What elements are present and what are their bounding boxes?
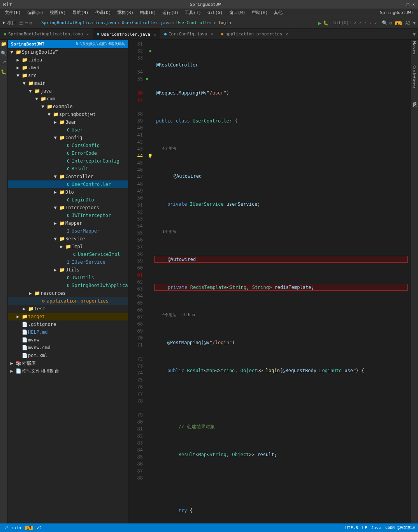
- tree-impl[interactable]: ▶ 📁 Impl: [8, 243, 128, 250]
- tab-applicationprops[interactable]: application.properties ✕: [217, 29, 292, 39]
- status-language[interactable]: Java: [371, 525, 381, 530]
- tree-example[interactable]: ▼ 📁 example: [8, 103, 128, 110]
- minimize-button[interactable]: —: [401, 2, 404, 7]
- tree-errorcode[interactable]: C ErrorCode: [8, 149, 128, 157]
- tree-interceptors[interactable]: ▼ 📁 Interceptors: [8, 204, 128, 212]
- close-button[interactable]: ✕: [412, 2, 415, 7]
- tree-springbootjwt-pkg[interactable]: ▼ 📁 springbootjwt: [8, 110, 128, 118]
- tree-utils[interactable]: ▶ 📁 Utils: [8, 266, 128, 274]
- maximize-button[interactable]: □: [407, 2, 409, 7]
- tab-close[interactable]: ✕: [211, 32, 213, 36]
- menu-git[interactable]: Git(G): [204, 9, 226, 16]
- tree-external-libs[interactable]: ▶ 📚 外部库: [8, 359, 128, 367]
- tree-applicationprops[interactable]: ⚙ application.properties: [8, 297, 128, 305]
- tree-mvn[interactable]: ▶ 📁 .mvn: [8, 64, 128, 72]
- tree-iuserservice[interactable]: I IUserService: [8, 258, 128, 266]
- status-encoding[interactable]: UTF-8: [345, 525, 358, 530]
- toolbar-icon-2[interactable]: ≡: [25, 20, 28, 26]
- tree-config[interactable]: ▼ 📁 Config: [8, 134, 128, 142]
- tree-jwtutils[interactable]: C JWTUtils: [8, 274, 128, 282]
- tree-src[interactable]: ▼ 📁 src: [8, 72, 128, 79]
- tree-resources[interactable]: ▶ 📁 resources: [8, 289, 128, 297]
- activity-search[interactable]: 🔍: [1, 51, 7, 57]
- tree-label: Utils: [65, 267, 79, 273]
- tree-jwtinterceptor[interactable]: C JWTInterceptor: [8, 212, 128, 219]
- menu-code[interactable]: 代码(O): [92, 9, 114, 16]
- tree-logindto[interactable]: C LoginDto: [8, 196, 128, 204]
- menu-run[interactable]: 运行(U): [159, 9, 182, 16]
- tree-dto[interactable]: ▶ 📁 Dto: [8, 188, 128, 196]
- menu-project[interactable]: SpringBootJWT: [377, 9, 416, 16]
- menu-other[interactable]: 其他: [271, 9, 286, 16]
- tree-usercontroller[interactable]: C UserController: [8, 180, 128, 188]
- tree-mvnwcmd[interactable]: 📄 mvnw.cmd: [8, 344, 128, 352]
- tongyi-label[interactable]: 通义: [411, 98, 417, 99]
- toolbar-settings-icon[interactable]: ⚙: [389, 20, 392, 26]
- menu-file[interactable]: 文件(F): [2, 9, 24, 16]
- tree-idea[interactable]: ▶ 📁 .idea: [8, 56, 128, 64]
- tree-test[interactable]: ▶ 📁 test: [8, 305, 128, 313]
- tree-java[interactable]: ▼ 📁 java: [8, 87, 128, 95]
- tree-corsconfig[interactable]: C CorsConfig: [8, 142, 128, 149]
- code-editor[interactable]: 31 32 33 34 35 36 37 38 39 40 41 42 43 4…: [128, 40, 410, 523]
- tab-close[interactable]: ✕: [154, 32, 156, 37]
- menu-edit[interactable]: 编辑(E): [24, 9, 47, 16]
- tree-userserviceimpl[interactable]: C UserServiceImpl: [8, 250, 128, 258]
- tree-bean[interactable]: ▶ 📁 Bean: [8, 118, 128, 126]
- class-icon: C: [65, 198, 72, 203]
- breadcrumb-controller[interactable]: UserController.java: [122, 20, 171, 25]
- tab-close[interactable]: ✕: [86, 32, 89, 36]
- tree-target[interactable]: ▶ 📁 target: [8, 313, 128, 320]
- tree-controller[interactable]: ▼ 📁 Controller: [8, 173, 128, 180]
- tree-mvnw[interactable]: 📄 mvnw: [8, 336, 128, 344]
- tab-close[interactable]: ✕: [286, 32, 288, 36]
- tree-main[interactable]: ▼ 📁 main: [8, 79, 128, 87]
- toolbar-icon-1[interactable]: ☰: [19, 20, 23, 26]
- maven-label[interactable]: Maven: [412, 41, 417, 56]
- breadcrumb-class[interactable]: UserController: [176, 20, 213, 25]
- tree-com[interactable]: ▼ 📁 com: [8, 95, 128, 103]
- minimap-scroll[interactable]: [407, 40, 410, 523]
- breadcrumb-method[interactable]: login: [218, 20, 231, 25]
- tree-result[interactable]: C Result: [8, 165, 128, 173]
- activity-debug[interactable]: 🐛: [1, 69, 7, 75]
- tab-overflow[interactable]: ▼: [411, 29, 418, 39]
- activity-git[interactable]: ⎇: [1, 60, 7, 66]
- tree-springbootjwt[interactable]: ▼ 📁 SpringBootJWT: [8, 48, 128, 56]
- tab-springbootapp[interactable]: SpringBootJwtApplication.java ✕: [0, 29, 93, 39]
- menu-window[interactable]: 窗口(W): [226, 9, 249, 16]
- menu-refactor[interactable]: 重构(R): [114, 9, 137, 16]
- toolbar-search-icon[interactable]: 🔍: [382, 20, 388, 26]
- tree-springbootapp-class[interactable]: C SpringBootJwtApplication: [8, 282, 128, 289]
- tree-interceptorconfig[interactable]: C InterceptorConfig: [8, 157, 128, 165]
- tree-scratch[interactable]: ▶ 📄 临时文件和控制台: [8, 367, 128, 375]
- toolbar-run-icon[interactable]: ▶: [318, 20, 321, 26]
- status-git-branch[interactable]: ⎇ main: [3, 525, 21, 530]
- arrow-icon: ▼: [15, 73, 21, 78]
- tree-usermapper[interactable]: I UserMapper: [8, 227, 128, 235]
- tree-pomxml[interactable]: 📄 pom.xml: [8, 352, 128, 359]
- menu-view[interactable]: 视图(V): [47, 9, 69, 16]
- tab-corsconfig[interactable]: CorsConfig.java ✕: [160, 29, 217, 39]
- menu-build[interactable]: 构建(B): [137, 9, 159, 16]
- title-bar-controls[interactable]: — □ ✕: [401, 2, 415, 7]
- toolbar-debug-icon[interactable]: 🐛: [323, 20, 329, 26]
- tree-label: application.properties: [47, 298, 109, 304]
- status-bar-left: ⎇ main △3 ✓2: [3, 525, 42, 530]
- tree-service[interactable]: ▼ 📁 Service: [8, 235, 128, 243]
- tree-label: JWTUtils: [72, 275, 94, 280]
- tree-gitignore[interactable]: 📄 .gitignore: [8, 320, 128, 328]
- tree-mapper[interactable]: ▶ 📁 Mapper: [8, 219, 128, 227]
- codegeex-label[interactable]: CodeGeex: [412, 65, 417, 89]
- menu-tools[interactable]: 工具(T): [182, 9, 204, 16]
- status-lineending[interactable]: LF: [362, 525, 367, 530]
- tree-helpmd[interactable]: 📄 HELP.md: [8, 328, 128, 336]
- toolbar-icon-3[interactable]: ⚙: [29, 20, 32, 26]
- menu-navigate[interactable]: 导航(N): [69, 9, 92, 16]
- arrow-icon: ▶: [58, 244, 65, 249]
- tree-user-class[interactable]: C User: [8, 126, 128, 134]
- menu-help[interactable]: 帮助(H): [249, 9, 271, 16]
- tab-usercontroller[interactable]: UserController.java ✕: [93, 29, 160, 39]
- code-content[interactable]: @RestController @RequestMapping(@v"/user…: [155, 40, 407, 523]
- activity-project[interactable]: 📁: [1, 41, 7, 47]
